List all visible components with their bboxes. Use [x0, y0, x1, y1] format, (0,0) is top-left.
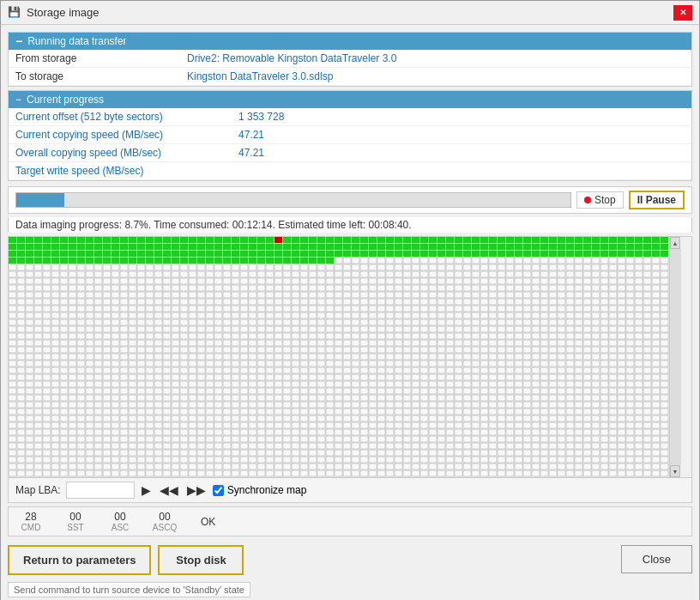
ascq-cell: 00 ASCQ — [149, 511, 180, 532]
standby-hint: Send command to turn source device to 'S… — [8, 582, 250, 597]
close-button[interactable]: Close — [621, 545, 692, 573]
progress-bar-fill — [16, 193, 64, 207]
current-progress-section: − Current progress Current offset (512 b… — [8, 90, 692, 181]
stop-disk-button[interactable]: Stop disk — [158, 545, 244, 575]
pause-label: II Pause — [637, 194, 676, 206]
map-footer: Map LBA: ▶ ◀◀ ▶▶ Synchronize map — [9, 477, 691, 502]
scroll-up-button[interactable]: ▲ — [670, 237, 680, 249]
offset-value: 1 353 728 — [232, 108, 691, 126]
overall-speed-value: 47.21 — [232, 144, 691, 162]
map-back-button[interactable]: ◀◀ — [158, 483, 180, 497]
title-bar-left: 💾 Storage image — [8, 6, 100, 20]
cmd-label: CMD — [15, 523, 46, 532]
collapse-icon: − — [15, 35, 22, 47]
sync-check: Synchronize map — [213, 484, 307, 496]
main-window: 💾 Storage image ✕ − Running data transfe… — [0, 0, 700, 600]
sync-checkbox[interactable] — [213, 485, 224, 496]
pause-button[interactable]: II Pause — [629, 191, 685, 209]
copy-speed-value: 47.21 — [232, 126, 691, 144]
collapse-progress-icon: − — [15, 94, 21, 106]
map-play-button[interactable]: ▶ — [140, 483, 153, 497]
action-left: Return to parameters Stop disk Send comm… — [8, 545, 250, 597]
copy-speed-row: Current copying speed (MB/sec) 47.21 — [9, 126, 691, 144]
progress-bar-row: Stop II Pause — [8, 186, 692, 214]
copy-speed-label: Current copying speed (MB/sec) — [9, 126, 232, 144]
sync-label: Synchronize map — [227, 484, 307, 496]
current-progress-header: − Current progress — [9, 91, 691, 108]
map-visual: ▲ ▼ — [9, 237, 691, 477]
sst-label: SST — [60, 523, 91, 532]
asc-label: ASC — [105, 523, 136, 532]
current-progress-title: Current progress — [27, 94, 104, 106]
target-speed-row: Target write speed (MB/sec) — [9, 162, 691, 180]
to-storage-label: To storage — [9, 68, 180, 86]
window-close-button[interactable]: ✕ — [673, 5, 692, 21]
ascq-value: 00 — [149, 511, 180, 523]
to-storage-row: To storage Kingston DataTraveler 3.0.sdl… — [9, 68, 691, 86]
window-title: Storage image — [27, 6, 100, 19]
sst-value: 00 — [60, 511, 91, 523]
from-storage-label: From storage — [9, 50, 180, 68]
title-bar: 💾 Storage image ✕ — [1, 1, 699, 25]
asc-cell: 00 ASC — [105, 511, 136, 532]
running-transfer-header: − Running data transfer — [9, 33, 691, 50]
stop-button[interactable]: Stop — [576, 191, 624, 209]
stop-label: Stop — [594, 194, 616, 206]
cmd-value: 28 — [15, 511, 46, 523]
target-speed-value — [232, 162, 691, 180]
map-canvas — [9, 237, 688, 477]
running-transfer-table: From storage Drive2: Removable Kingston … — [9, 50, 691, 86]
action-buttons: Return to parameters Stop disk — [8, 545, 244, 575]
sst-cell: 00 SST — [60, 511, 91, 532]
offset-row: Current offset (512 byte sectors) 1 353 … — [9, 108, 691, 126]
scroll-down-button[interactable]: ▼ — [670, 465, 680, 477]
offset-label: Current offset (512 byte sectors) — [9, 108, 232, 126]
ascq-label: ASCQ — [149, 523, 180, 532]
app-icon: 💾 — [8, 6, 21, 20]
asc-value: 00 — [105, 511, 136, 523]
content-area: − Running data transfer From storage Dri… — [1, 25, 699, 600]
running-transfer-title: Running data transfer — [27, 35, 126, 47]
scroll-track — [670, 249, 681, 465]
overall-speed-row: Overall copying speed (MB/sec) 47.21 — [9, 144, 691, 162]
map-lba-input[interactable] — [66, 482, 135, 499]
return-to-parameters-button[interactable]: Return to parameters — [8, 545, 151, 575]
stop-dot-icon — [584, 197, 591, 203]
map-lba-label: Map LBA: — [15, 484, 61, 496]
progress-status: Data imaging progress: 8.7%. Time consum… — [8, 217, 692, 233]
map-scrollbar: ▲ ▼ — [669, 237, 681, 477]
command-row: 28 CMD 00 SST 00 ASC 00 ASCQ OK — [8, 506, 692, 536]
action-row: Return to parameters Stop disk Send comm… — [8, 540, 692, 599]
progress-bar-container — [15, 192, 571, 208]
running-transfer-section: − Running data transfer From storage Dri… — [8, 32, 692, 87]
cmd-cell: 28 CMD — [15, 511, 46, 532]
progress-status-text: Data imaging progress: 8.7%. Time consum… — [15, 219, 412, 231]
cmd-status: OK — [201, 516, 215, 528]
progress-details-table: Current offset (512 byte sectors) 1 353 … — [9, 108, 691, 180]
map-forward-button[interactable]: ▶▶ — [185, 483, 208, 497]
from-storage-row: From storage Drive2: Removable Kingston … — [9, 50, 691, 68]
from-storage-value: Drive2: Removable Kingston DataTraveler … — [180, 50, 691, 68]
target-speed-label: Target write speed (MB/sec) — [9, 162, 232, 180]
map-area: ▲ ▼ Map LBA: ▶ ◀◀ ▶▶ Synchronize map — [8, 236, 692, 503]
overall-speed-label: Overall copying speed (MB/sec) — [9, 144, 232, 162]
to-storage-value: Kingston DataTraveler 3.0.sdlsp — [180, 68, 691, 86]
